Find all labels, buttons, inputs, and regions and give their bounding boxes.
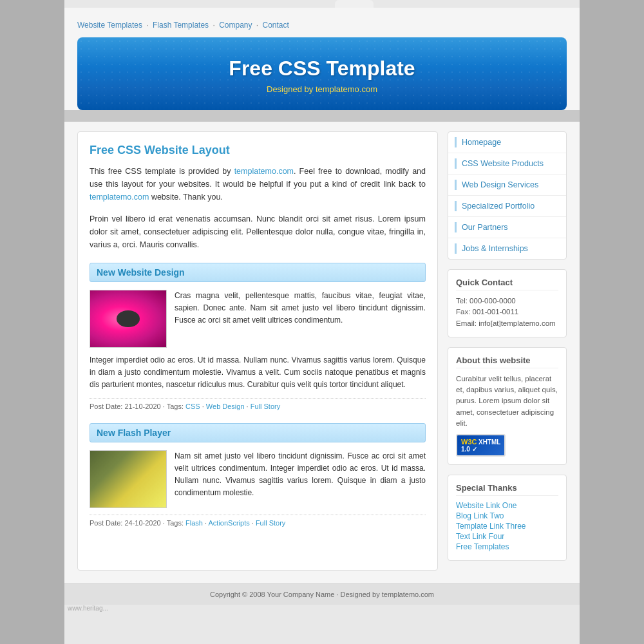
article-2-header: New Flash Player [90, 423, 426, 442]
sidebar-link-jobs-internships[interactable]: Jobs & Internships [462, 244, 528, 253]
sidebar-item-homepage[interactable]: Homepage [448, 132, 566, 153]
page-container: Website Templates · Flash Templates · Co… [64, 0, 580, 644]
article-1-date: Post Date: 21-10-2020 [90, 402, 161, 410]
watermark: www.heritag... [68, 605, 108, 612]
article-2-tag-fullstory[interactable]: Full Story [256, 519, 285, 527]
article-2-date: Post Date: 24-10-2020 [90, 519, 161, 527]
quick-contact-heading: Quick Contact [456, 278, 558, 290]
nav-company[interactable]: Company [219, 21, 252, 30]
contact-tel: Tel: 000-000-0000 [456, 296, 558, 307]
nav-sep-3: · [256, 21, 261, 30]
intro-text-suffix: website. Thank you. [149, 193, 222, 202]
sidebar-link-web-design-services[interactable]: Web Design Services [462, 180, 538, 189]
article-1-meta: Post Date: 21-10-2020 · Tags: CSS · Web … [90, 398, 426, 410]
article-2-meta: Post Date: 24-10-2020 · Tags: Flash · Ac… [90, 515, 426, 527]
about-heading: About this website [456, 355, 558, 368]
special-thanks-link-1[interactable]: Website Link One [456, 501, 558, 510]
main-heading: Free CSS Website Layout [90, 144, 426, 157]
sidebar-item-css-products[interactable]: CSS Website Products [448, 153, 566, 175]
nav-sep-2: · [213, 21, 217, 30]
gray-divider [64, 110, 580, 122]
nav-bar: Website Templates · Flash Templates · Co… [77, 15, 567, 37]
body-paragraph: Proin vel libero id erat venenatis accum… [90, 213, 426, 251]
intro-link-1[interactable]: templatemo.com [234, 167, 294, 176]
article-1-title: New Website Design [97, 267, 419, 278]
article-1-image [90, 290, 167, 348]
intro-text-prefix: This free CSS template is provided by [90, 167, 234, 176]
sidebar-nav: Homepage CSS Website Products Web Design… [448, 131, 567, 260]
quick-contact-box: Quick Contact Tel: 000-000-0000 Fax: 001… [448, 269, 567, 337]
article-1-body: Cras magna velit, pellentesque mattis, f… [90, 290, 426, 348]
article-2-tag-actionscripts[interactable]: ActionScripts [209, 519, 250, 527]
sidebar-link-specialized-portfolio[interactable]: Specialized Portfolio [462, 202, 535, 211]
header-outer: Website Templates · Flash Templates · Co… [64, 8, 580, 110]
yellow-flower-image [90, 451, 166, 507]
w3c-badge: W3C XHTML1.0 ✓ [456, 434, 506, 457]
footer: Copyright © 2008 Your Company Name · Des… [64, 583, 580, 605]
nav-website-templates[interactable]: Website Templates [77, 21, 142, 30]
article-2-tag-flash[interactable]: Flash [185, 519, 203, 527]
article-2-image [90, 450, 167, 508]
article-1-tag-css[interactable]: CSS [185, 402, 200, 410]
special-thanks-link-3[interactable]: Template Link Three [456, 522, 558, 531]
sidebar-item-jobs-internships[interactable]: Jobs & Internships [448, 238, 566, 259]
w3c-text: W3C [461, 438, 477, 446]
special-thanks-heading: Special Thanks [456, 483, 558, 496]
article-1-tag-fullstory[interactable]: Full Story [251, 402, 280, 410]
content-left: Free CSS Website Layout This free CSS te… [77, 131, 438, 571]
article-new-flash-player: New Flash Player Nam sit amet justo vel … [90, 423, 426, 527]
article-2-title: New Flash Player [97, 428, 419, 438]
article-1-tag-webdesign[interactable]: Web Design [206, 402, 245, 410]
sidebar-link-css-products[interactable]: CSS Website Products [462, 159, 544, 168]
intro-paragraph: This free CSS template is provided by te… [90, 165, 426, 204]
special-thanks-link-2[interactable]: Blog Link Two [456, 511, 558, 520]
nav-contact[interactable]: Contact [263, 21, 289, 30]
contact-fax: Fax: 001-001-0011 [456, 307, 558, 317]
special-thanks-link-4[interactable]: Text Link Four [456, 532, 558, 541]
article-2-body: Nam sit amet justo vel libero tincidunt … [90, 450, 426, 508]
sidebar-item-our-partners[interactable]: Our Partners [448, 217, 566, 238]
article-1-header: New Website Design [90, 263, 426, 282]
intro-link-2[interactable]: templatemo.com [90, 193, 149, 202]
sidebar-right: Homepage CSS Website Products Web Design… [448, 131, 567, 571]
header-banner: Free CSS Template Designed by templatemo… [77, 37, 567, 110]
sidebar-link-homepage[interactable]: Homepage [462, 138, 501, 147]
special-thanks-box: Special Thanks Website Link One Blog Lin… [448, 475, 567, 561]
footer-text: Copyright © 2008 Your Company Name · Des… [210, 591, 434, 598]
contact-email: Email: info[at]templatemo.com [456, 318, 558, 329]
sidebar-item-specialized-portfolio[interactable]: Specialized Portfolio [448, 196, 566, 217]
site-title: Free CSS Template [90, 57, 554, 80]
nav-flash-templates[interactable]: Flash Templates [153, 21, 209, 30]
top-tab [335, 0, 374, 8]
sidebar-link-our-partners[interactable]: Our Partners [462, 223, 508, 232]
site-subtitle: Designed by templatemo.com [90, 84, 554, 94]
about-box: About this website Curabitur velit tellu… [448, 347, 567, 465]
article-2-tags-label: · Tags: [163, 519, 185, 527]
outer-wrapper: Website Templates · Flash Templates · Co… [0, 0, 644, 644]
article-new-website-design: New Website Design Cras magna velit, pel… [90, 263, 426, 410]
nav-sep-1: · [146, 21, 151, 30]
special-thanks-link-5[interactable]: Free Templates [456, 542, 558, 551]
pink-flower-image [90, 290, 166, 347]
article-1-tags-label: · Tags: [163, 402, 185, 410]
sidebar-item-web-design-services[interactable]: Web Design Services [448, 175, 566, 196]
about-text: Curabitur velit tellus, placerat et, dap… [456, 374, 558, 429]
article-2-short-text: Nam sit amet justo vel libero tincidunt … [175, 450, 426, 508]
article-1-full-text: Integer imperdiet odio ac eros. Ut id ma… [90, 354, 426, 392]
main-area: Free CSS Website Layout This free CSS te… [64, 122, 580, 583]
article-1-short-text: Cras magna velit, pellentesque mattis, f… [175, 290, 426, 348]
